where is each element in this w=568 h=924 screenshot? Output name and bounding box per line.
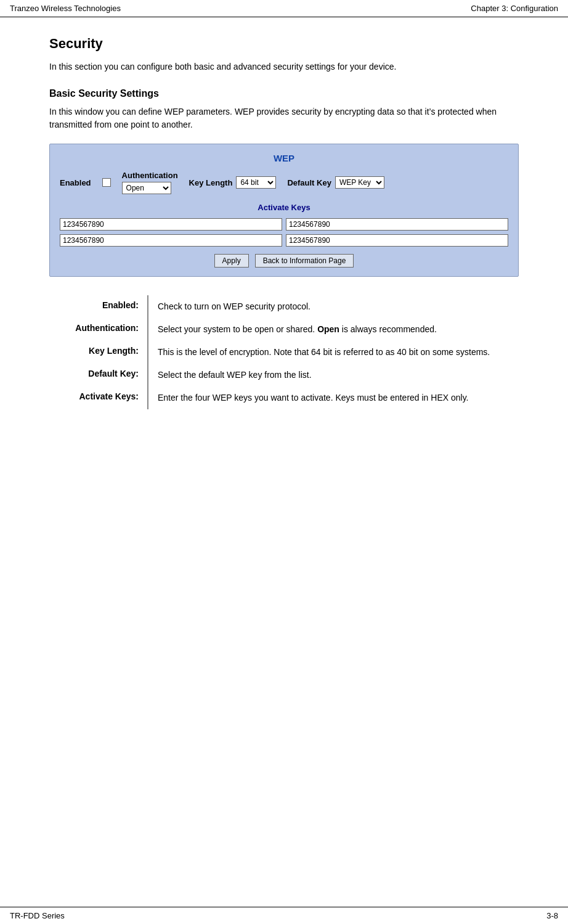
desc-value: This is the level of encryption. Note th… [149,341,519,364]
enabled-label: Enabled [60,178,91,187]
back-to-info-button[interactable]: Back to Information Page [255,254,354,268]
auth-group: Authentication Open Shared [122,171,178,194]
desc-value: Select your system to be open or shared.… [149,318,519,341]
page-footer: TR-FDD Series 3-8 [0,907,568,924]
defaultkey-select[interactable]: WEP Key 1 WEP Key 2 WEP Key 3 WEP Key 4 [335,176,384,189]
description-table: Enabled:Check to turn on WEP security pr… [49,295,519,409]
wep-controls-row: Enabled Authentication Open Shared Key L… [60,171,508,194]
desc-row: Activate Keys:Enter the four WEP keys yo… [49,386,519,409]
desc-label: Enabled: [49,295,148,318]
page-header: Tranzeo Wireless Technologies Chapter 3:… [0,0,568,17]
desc-label: Key Length: [49,341,148,364]
desc-row: Authentication:Select your system to be … [49,318,519,341]
subsection-title: Basic Security Settings [49,88,519,99]
key-inputs-grid [60,218,508,247]
keylength-select[interactable]: 64 bit 128 bit [236,176,276,189]
keylength-label: Key Length [189,178,233,187]
auth-label: Authentication [122,171,178,180]
subsection-desc: In this window you can define WEP parame… [49,105,519,131]
desc-value: Check to turn on WEP security protocol. [149,295,519,318]
activate-keys-title: Activate Keys [60,203,508,212]
content-area: Security In this section you can configu… [0,17,568,459]
desc-row: Key Length:This is the level of encrypti… [49,341,519,364]
defaultkey-group: Default Key WEP Key 1 WEP Key 2 WEP Key … [287,176,384,189]
wep-panel: WEP Enabled Authentication Open Shared K… [49,144,519,277]
auth-select[interactable]: Open Shared [122,182,171,194]
desc-label: Authentication: [49,318,148,341]
key-input-1[interactable] [60,218,282,231]
page-number: 3-8 [546,911,558,920]
key-input-3[interactable] [60,234,282,247]
desc-row: Enabled:Check to turn on WEP security pr… [49,295,519,318]
keylength-group: Key Length 64 bit 128 bit [189,176,277,189]
series-name: TR-FDD Series [10,911,65,920]
apply-button[interactable]: Apply [214,254,249,268]
wep-panel-title: WEP [60,153,508,163]
key-input-2[interactable] [286,218,508,231]
chapter-title: Chapter 3: Configuration [471,4,558,13]
intro-text: In this section you can configure both b… [49,60,519,73]
key-input-4[interactable] [286,234,508,247]
section-title: Security [49,36,519,52]
company-name: Tranzeo Wireless Technologies [10,4,121,13]
desc-label: Activate Keys: [49,386,148,409]
enabled-checkbox[interactable] [102,178,111,187]
desc-row: Default Key:Select the default WEP key f… [49,364,519,386]
wep-buttons: Apply Back to Information Page [60,254,508,268]
defaultkey-label: Default Key [287,178,331,187]
desc-value: Enter the four WEP keys you want to acti… [149,386,519,409]
desc-label: Default Key: [49,364,148,386]
desc-value: Select the default WEP key from the list… [149,364,519,386]
